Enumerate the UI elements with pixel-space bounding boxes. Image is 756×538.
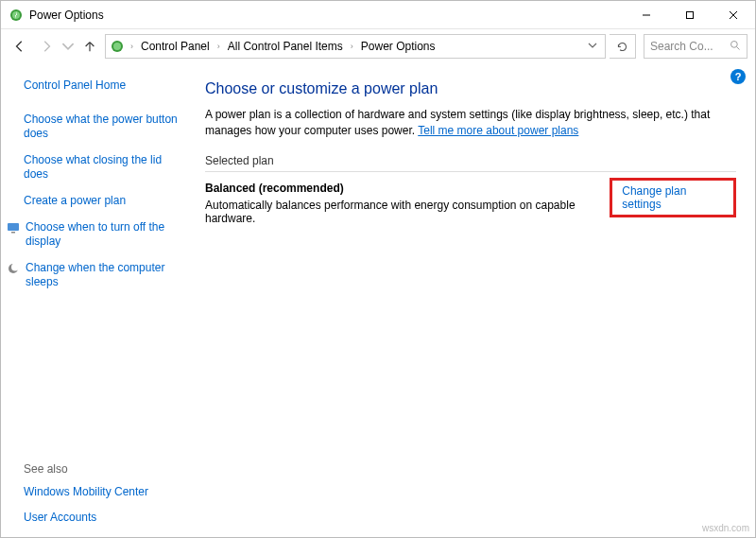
sidebar-control-panel-home[interactable]: Control Panel Home [24,78,188,94]
svg-point-7 [113,43,121,50]
section-label: Selected plan [205,154,736,172]
svg-rect-10 [8,223,19,231]
close-button[interactable] [712,1,755,28]
forward-button[interactable] [35,35,58,58]
svg-rect-3 [687,11,694,18]
window-controls [625,1,755,28]
sidebar-mobility-center[interactable]: Windows Mobility Center [24,485,194,500]
svg-rect-11 [11,232,15,234]
tell-me-more-link[interactable]: Tell me more about power plans [418,124,578,137]
svg-line-9 [737,46,740,49]
sidebar-create-plan[interactable]: Create a power plan [24,194,188,209]
chevron-right-icon[interactable]: › [349,42,355,51]
svg-point-8 [731,41,738,47]
chevron-right-icon[interactable]: › [215,42,222,51]
sidebar-user-accounts[interactable]: User Accounts [24,511,194,526]
search-input[interactable]: Search Co... [644,34,747,59]
back-button[interactable] [9,35,31,58]
sidebar: Control Panel Home Choose what the power… [1,63,199,537]
svg-point-13 [11,263,19,270]
moon-icon [7,262,20,275]
search-placeholder: Search Co... [650,40,713,53]
address-bar[interactable]: › Control Panel › All Control Panel Item… [105,34,606,59]
power-options-icon [110,39,125,54]
minimize-button[interactable] [625,1,668,28]
breadcrumb-item[interactable]: All Control Panel Items [226,40,345,53]
chevron-right-icon[interactable]: › [129,42,135,51]
search-icon [730,40,741,54]
page-heading: Choose or customize a power plan [205,80,736,97]
page-description: A power plan is a collection of hardware… [205,107,736,139]
recent-locations-dropdown[interactable] [61,35,75,58]
plan-description: Automatically balances performance with … [205,199,610,225]
change-plan-highlight: Change plan settings [610,178,736,217]
plan-row: Balanced (recommended) Automatically bal… [205,182,736,225]
sidebar-power-button[interactable]: Choose what the power button does [24,113,188,142]
window-title: Power Options [29,9,104,22]
up-button[interactable] [78,35,101,58]
see-also-title: See also [24,462,194,476]
address-dropdown[interactable] [584,40,601,53]
sidebar-closing-lid[interactable]: Choose what closing the lid does [24,153,188,182]
refresh-button[interactable] [610,34,636,59]
nav-row: › Control Panel › All Control Panel Item… [1,29,755,63]
content-area: Control Panel Home Choose what the power… [1,63,755,537]
see-also-section: See also Windows Mobility Center User Ac… [24,462,194,526]
titlebar: Power Options [1,1,755,29]
power-options-icon [9,8,24,23]
maximize-button[interactable] [668,1,712,28]
monitor-icon [7,221,20,234]
change-plan-settings-link[interactable]: Change plan settings [622,184,686,211]
watermark: wsxdn.com [702,523,749,533]
sidebar-computer-sleeps[interactable]: Change when the computer sleeps [26,261,188,290]
plan-info: Balanced (recommended) Automatically bal… [205,182,610,225]
main-panel: Choose or customize a power plan A power… [199,63,755,537]
plan-name: Balanced (recommended) [205,182,610,195]
sidebar-turn-off-display[interactable]: Choose when to turn off the display [26,220,188,250]
breadcrumb-item[interactable]: Power Options [359,40,438,53]
breadcrumb-item[interactable]: Control Panel [139,40,212,53]
